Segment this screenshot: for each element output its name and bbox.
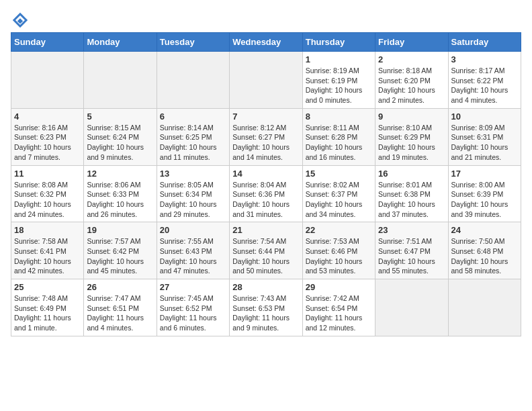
calendar-cell — [11, 52, 84, 109]
day-info: Sunrise: 8:01 AMSunset: 6:38 PMDaylight:… — [378, 180, 445, 220]
day-info: Sunrise: 8:14 AMSunset: 6:25 PMDaylight:… — [160, 123, 226, 163]
calendar-cell: 5Sunrise: 8:15 AMSunset: 6:24 PMDaylight… — [84, 108, 157, 165]
calendar-cell: 19Sunrise: 7:57 AMSunset: 6:42 PMDayligh… — [84, 222, 157, 279]
day-number: 14 — [232, 169, 299, 179]
day-info: Sunrise: 7:47 AMSunset: 6:51 PMDaylight:… — [87, 293, 153, 333]
day-info: Sunrise: 8:08 AMSunset: 6:32 PMDaylight:… — [14, 180, 81, 220]
weekday-header-sunday: Sunday — [11, 33, 84, 52]
day-number: 8 — [306, 111, 372, 122]
calendar-week-row: 18Sunrise: 7:58 AMSunset: 6:41 PMDayligh… — [11, 222, 521, 279]
day-number: 10 — [451, 111, 518, 122]
day-number: 27 — [160, 282, 226, 292]
page-header — [11, 11, 521, 30]
calendar-week-row: 1Sunrise: 8:19 AMSunset: 6:19 PMDaylight… — [11, 52, 521, 109]
day-number: 5 — [87, 111, 153, 122]
day-info: Sunrise: 8:04 AMSunset: 6:36 PMDaylight:… — [232, 180, 299, 220]
day-info: Sunrise: 7:48 AMSunset: 6:49 PMDaylight:… — [14, 293, 81, 333]
calendar-cell: 22Sunrise: 7:53 AMSunset: 6:46 PMDayligh… — [302, 222, 375, 279]
calendar-cell: 2Sunrise: 8:18 AMSunset: 6:20 PMDaylight… — [375, 52, 448, 109]
calendar-table: SundayMondayTuesdayWednesdayThursdayFrid… — [11, 32, 521, 336]
day-info: Sunrise: 8:11 AMSunset: 6:28 PMDaylight:… — [306, 123, 372, 163]
day-info: Sunrise: 8:15 AMSunset: 6:24 PMDaylight:… — [87, 123, 153, 163]
calendar-cell — [375, 279, 448, 336]
weekday-header-saturday: Saturday — [448, 33, 521, 52]
day-number: 11 — [14, 169, 81, 179]
day-number: 25 — [14, 282, 81, 292]
calendar-cell: 14Sunrise: 8:04 AMSunset: 6:36 PMDayligh… — [230, 165, 302, 222]
calendar-cell: 26Sunrise: 7:47 AMSunset: 6:51 PMDayligh… — [84, 279, 157, 336]
weekday-header-friday: Friday — [375, 33, 448, 52]
logo-icon — [11, 11, 30, 30]
weekday-header-wednesday: Wednesday — [230, 33, 302, 52]
calendar-cell: 13Sunrise: 8:05 AMSunset: 6:34 PMDayligh… — [157, 165, 229, 222]
day-number: 19 — [87, 225, 153, 235]
calendar-cell: 3Sunrise: 8:17 AMSunset: 6:22 PMDaylight… — [448, 52, 521, 109]
calendar-cell: 20Sunrise: 7:55 AMSunset: 6:43 PMDayligh… — [157, 222, 229, 279]
day-number: 1 — [306, 54, 372, 64]
day-number: 7 — [232, 111, 299, 122]
day-info: Sunrise: 8:09 AMSunset: 6:31 PMDaylight:… — [451, 123, 518, 163]
weekday-header-row: SundayMondayTuesdayWednesdayThursdayFrid… — [11, 33, 521, 52]
weekday-header-thursday: Thursday — [302, 33, 375, 52]
day-number: 13 — [160, 169, 226, 179]
calendar-week-row: 4Sunrise: 8:16 AMSunset: 6:23 PMDaylight… — [11, 108, 521, 165]
day-number: 29 — [306, 282, 372, 292]
day-info: Sunrise: 8:10 AMSunset: 6:29 PMDaylight:… — [378, 123, 445, 163]
day-number: 2 — [378, 54, 445, 64]
day-number: 21 — [232, 225, 299, 235]
day-info: Sunrise: 8:06 AMSunset: 6:33 PMDaylight:… — [87, 180, 153, 220]
day-info: Sunrise: 7:57 AMSunset: 6:42 PMDaylight:… — [87, 236, 153, 276]
day-number: 4 — [14, 111, 81, 122]
calendar-cell: 16Sunrise: 8:01 AMSunset: 6:38 PMDayligh… — [375, 165, 448, 222]
calendar-cell: 11Sunrise: 8:08 AMSunset: 6:32 PMDayligh… — [11, 165, 84, 222]
day-info: Sunrise: 8:00 AMSunset: 6:39 PMDaylight:… — [451, 180, 518, 220]
day-number: 3 — [451, 54, 518, 64]
day-number: 22 — [306, 225, 372, 235]
day-info: Sunrise: 7:50 AMSunset: 6:48 PMDaylight:… — [451, 236, 518, 276]
day-number: 18 — [14, 225, 81, 235]
calendar-cell — [84, 52, 157, 109]
calendar-cell — [157, 52, 229, 109]
day-info: Sunrise: 7:54 AMSunset: 6:44 PMDaylight:… — [232, 236, 299, 276]
day-info: Sunrise: 7:53 AMSunset: 6:46 PMDaylight:… — [306, 236, 372, 276]
day-info: Sunrise: 7:43 AMSunset: 6:53 PMDaylight:… — [232, 293, 299, 333]
day-info: Sunrise: 8:16 AMSunset: 6:23 PMDaylight:… — [14, 123, 81, 163]
calendar-cell: 6Sunrise: 8:14 AMSunset: 6:25 PMDaylight… — [157, 108, 229, 165]
day-number: 16 — [378, 169, 445, 179]
calendar-cell — [230, 52, 302, 109]
day-number: 15 — [306, 169, 372, 179]
day-info: Sunrise: 8:19 AMSunset: 6:19 PMDaylight:… — [306, 66, 372, 105]
day-number: 17 — [451, 169, 518, 179]
calendar-cell: 18Sunrise: 7:58 AMSunset: 6:41 PMDayligh… — [11, 222, 84, 279]
calendar-cell: 17Sunrise: 8:00 AMSunset: 6:39 PMDayligh… — [448, 165, 521, 222]
calendar-cell: 8Sunrise: 8:11 AMSunset: 6:28 PMDaylight… — [302, 108, 375, 165]
calendar-cell: 10Sunrise: 8:09 AMSunset: 6:31 PMDayligh… — [448, 108, 521, 165]
calendar-cell: 12Sunrise: 8:06 AMSunset: 6:33 PMDayligh… — [84, 165, 157, 222]
day-info: Sunrise: 8:02 AMSunset: 6:37 PMDaylight:… — [306, 180, 372, 220]
calendar-week-row: 11Sunrise: 8:08 AMSunset: 6:32 PMDayligh… — [11, 165, 521, 222]
day-info: Sunrise: 7:42 AMSunset: 6:54 PMDaylight:… — [306, 293, 372, 333]
calendar-cell: 27Sunrise: 7:45 AMSunset: 6:52 PMDayligh… — [157, 279, 229, 336]
day-info: Sunrise: 7:55 AMSunset: 6:43 PMDaylight:… — [160, 236, 226, 276]
day-number: 26 — [87, 282, 153, 292]
logo — [11, 11, 32, 30]
weekday-header-monday: Monday — [84, 33, 157, 52]
day-number: 9 — [378, 111, 445, 122]
day-info: Sunrise: 7:45 AMSunset: 6:52 PMDaylight:… — [160, 293, 226, 333]
calendar-cell: 1Sunrise: 8:19 AMSunset: 6:19 PMDaylight… — [302, 52, 375, 109]
day-number: 23 — [378, 225, 445, 235]
calendar-cell: 4Sunrise: 8:16 AMSunset: 6:23 PMDaylight… — [11, 108, 84, 165]
calendar-week-row: 25Sunrise: 7:48 AMSunset: 6:49 PMDayligh… — [11, 279, 521, 336]
day-info: Sunrise: 7:51 AMSunset: 6:47 PMDaylight:… — [378, 236, 445, 276]
weekday-header-tuesday: Tuesday — [157, 33, 229, 52]
calendar-cell: 15Sunrise: 8:02 AMSunset: 6:37 PMDayligh… — [302, 165, 375, 222]
day-number: 12 — [87, 169, 153, 179]
day-number: 20 — [160, 225, 226, 235]
day-info: Sunrise: 7:58 AMSunset: 6:41 PMDaylight:… — [14, 236, 81, 276]
day-info: Sunrise: 8:17 AMSunset: 6:22 PMDaylight:… — [451, 66, 518, 105]
calendar-cell: 7Sunrise: 8:12 AMSunset: 6:27 PMDaylight… — [230, 108, 302, 165]
calendar-cell — [448, 279, 521, 336]
calendar-cell: 9Sunrise: 8:10 AMSunset: 6:29 PMDaylight… — [375, 108, 448, 165]
day-info: Sunrise: 8:05 AMSunset: 6:34 PMDaylight:… — [160, 180, 226, 220]
day-number: 28 — [232, 282, 299, 292]
